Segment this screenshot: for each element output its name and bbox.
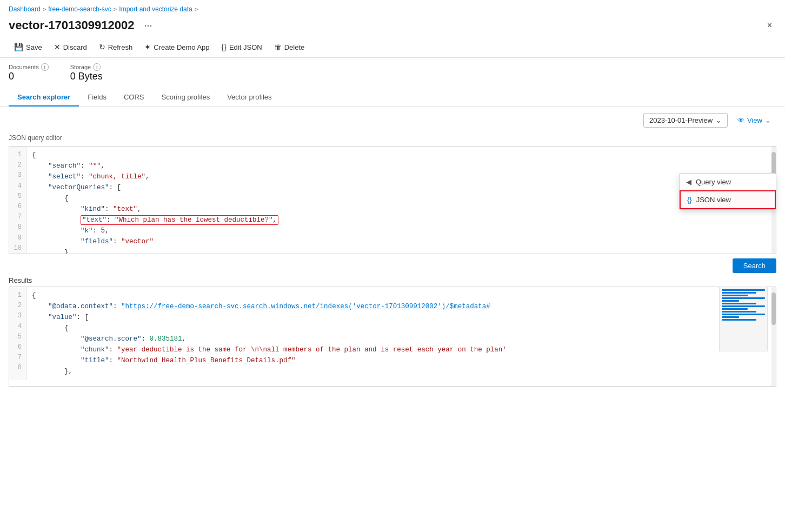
storage-stat: Storage i 0 Bytes xyxy=(70,63,103,82)
editor-line-3: "select": "chunk, title", xyxy=(32,171,770,182)
result-line-6: "chunk": "year deductible is the same fo… xyxy=(32,344,770,355)
breadcrumb-sep-3: > xyxy=(195,6,198,12)
braces-icon: {} xyxy=(687,196,692,204)
page-title: vector-1701309912002 xyxy=(9,18,134,32)
result-line-5: "@search.score": 0.835181, xyxy=(32,334,770,344)
close-button[interactable]: × xyxy=(763,18,776,32)
toolbar: 💾 Save ✕ Discard ↻ Refresh ✦ Create Demo… xyxy=(0,37,785,58)
edit-json-icon: {} xyxy=(222,43,227,51)
breadcrumb-service[interactable]: free-demo-search-svc xyxy=(48,5,111,13)
thumb-line-11 xyxy=(722,316,739,318)
results-editor[interactable]: 12345678 { "@odata.context": "https://fr… xyxy=(9,287,776,387)
view-chevron-down-icon: ⌄ xyxy=(765,116,771,124)
edit-json-button[interactable]: {} Edit JSON xyxy=(216,40,268,54)
breadcrumb: Dashboard > free-demo-search-svc > Impor… xyxy=(0,0,785,16)
thumb-line-2 xyxy=(722,292,756,294)
save-button[interactable]: 💾 Save xyxy=(9,40,48,54)
editor-line-9: "fields": "vector" xyxy=(32,236,770,247)
json-editor[interactable]: 12345 678910 { "search": "*", "select": … xyxy=(9,146,776,254)
query-view-option[interactable]: ◀ Query view xyxy=(680,174,776,190)
refresh-button[interactable]: ↻ Refresh xyxy=(94,40,138,54)
tab-fields[interactable]: Fields xyxy=(79,89,115,107)
line-numbers: 12345 678910 xyxy=(9,147,26,254)
delete-button[interactable]: 🗑 Delete xyxy=(269,40,310,54)
chevron-down-icon: ⌄ xyxy=(716,116,722,124)
results-code: 12345678 { "@odata.context": "https://fr… xyxy=(9,287,776,387)
editor-line-5: { xyxy=(32,193,770,204)
thumb-line-8 xyxy=(722,308,748,310)
editor-line-1: { xyxy=(32,150,770,161)
breadcrumb-sep-1: > xyxy=(43,6,46,12)
tab-bar: Search explorer Fields CORS Scoring prof… xyxy=(0,89,785,107)
breadcrumb-sep-2: > xyxy=(114,6,117,12)
odata-context-link[interactable]: "https://free-demo-search-svc.search.win… xyxy=(121,303,490,310)
editor-line-6: "kind": "text", xyxy=(32,204,770,215)
tab-search-explorer[interactable]: Search explorer xyxy=(9,89,79,107)
thumb-line-9 xyxy=(722,311,756,312)
documents-info-icon[interactable]: i xyxy=(41,63,49,71)
result-line-8: }, xyxy=(32,366,770,377)
search-button[interactable]: Search xyxy=(733,258,776,273)
results-scrollbar[interactable] xyxy=(771,287,776,386)
editor-line-10: } xyxy=(32,247,770,254)
storage-value: 0 Bytes xyxy=(70,71,103,82)
documents-value: 0 xyxy=(9,71,49,82)
stats-bar: Documents i 0 Storage i 0 Bytes xyxy=(0,58,785,85)
thumb-line-12 xyxy=(722,319,756,321)
breadcrumb-import[interactable]: Import and vectorize data xyxy=(119,5,192,13)
editor-line-4: "vectorQueries": [ xyxy=(32,182,770,193)
view-popup: ◀ Query view {} JSON view xyxy=(679,173,776,210)
save-icon: 💾 xyxy=(14,43,23,51)
create-demo-app-button[interactable]: ✦ Create Demo App xyxy=(139,40,215,54)
tab-scoring-profiles[interactable]: Scoring profiles xyxy=(153,89,219,107)
documents-stat: Documents i 0 xyxy=(9,63,49,82)
thumb-line-6 xyxy=(722,303,756,304)
result-line-1: { xyxy=(32,290,770,301)
results-thumbnail xyxy=(719,287,768,351)
results-code-content: { "@odata.context": "https://free-demo-s… xyxy=(26,287,776,380)
result-line-3: "value": [ xyxy=(32,312,770,323)
storage-info-icon[interactable]: i xyxy=(93,63,101,71)
result-line-7: "title": "Northwind_Health_Plus_Benefits… xyxy=(32,355,770,366)
editor-line-2: "search": "*", xyxy=(32,161,770,171)
delete-icon: 🗑 xyxy=(274,43,282,51)
discard-button[interactable]: ✕ Discard xyxy=(49,40,92,54)
thumb-line-10 xyxy=(722,314,765,315)
result-line-2: "@odata.context": "https://free-demo-sea… xyxy=(32,301,770,312)
thumb-line-4 xyxy=(722,297,765,299)
more-options-button[interactable]: ··· xyxy=(144,20,152,31)
thumb-line-1 xyxy=(722,289,765,291)
thumb-line-5 xyxy=(722,300,739,302)
create-demo-icon: ✦ xyxy=(144,43,151,51)
refresh-icon: ↻ xyxy=(99,43,105,51)
query-toolbar: 2023-10-01-Preview ⌄ 👁 View ⌄ xyxy=(0,107,785,132)
editor-line-8: "k": 5, xyxy=(32,225,770,236)
page-header: vector-1701309912002 ··· × xyxy=(0,16,785,37)
tab-vector-profiles[interactable]: Vector profiles xyxy=(218,89,280,107)
results-label: Results xyxy=(9,276,776,284)
editor-line-7: "text": "Which plan has the lowest deduc… xyxy=(32,215,770,225)
search-button-row: Search xyxy=(0,254,785,276)
result-line-4: { xyxy=(32,323,770,334)
api-version-dropdown[interactable]: 2023-10-01-Preview ⌄ xyxy=(643,113,728,128)
tab-cors[interactable]: CORS xyxy=(115,89,153,107)
thumb-line-3 xyxy=(722,295,748,296)
thumb-line-7 xyxy=(722,305,765,307)
discard-icon: ✕ xyxy=(54,43,61,51)
json-view-option[interactable]: {} JSON view xyxy=(680,190,776,209)
results-line-numbers: 12345678 xyxy=(9,287,26,380)
thumbnail-content xyxy=(720,287,767,324)
json-editor-section: JSON query editor 12345 678910 { "search… xyxy=(0,132,785,254)
editor-label: JSON query editor xyxy=(9,132,776,144)
view-icon: 👁 xyxy=(737,116,744,124)
results-section: Results 12345678 { "@odata.context": "ht… xyxy=(0,276,785,387)
view-dropdown-button[interactable]: 👁 View ⌄ xyxy=(732,114,776,127)
breadcrumb-dashboard[interactable]: Dashboard xyxy=(9,5,41,13)
editor-code-content[interactable]: { "search": "*", "select": "chunk, title… xyxy=(26,147,776,254)
funnel-icon: ◀ xyxy=(686,178,691,186)
